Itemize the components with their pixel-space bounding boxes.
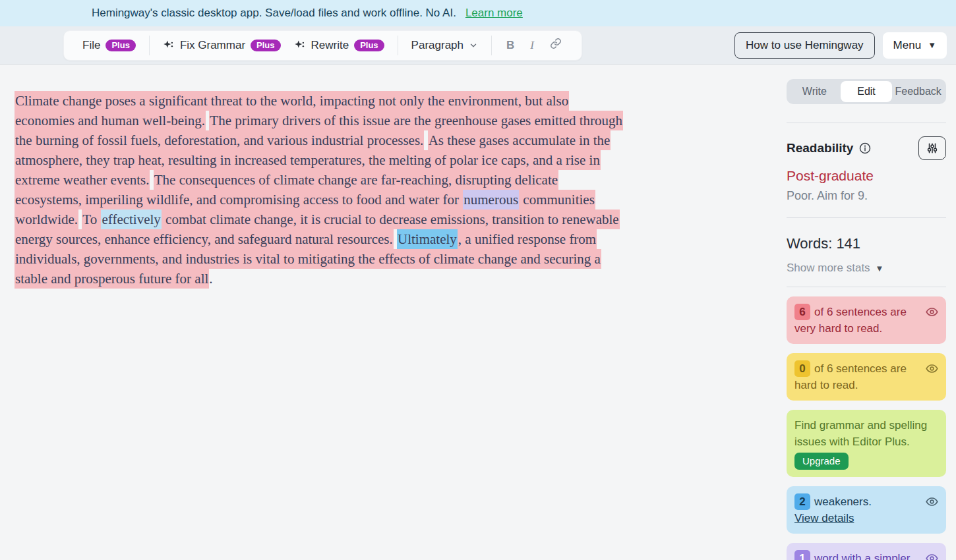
toolbar-divider [398, 36, 398, 55]
tab-feedback[interactable]: Feedback [892, 81, 944, 102]
weakener-highlight[interactable]: effectively [101, 210, 161, 229]
toolbar: File Plus Fix Grammar Plus Rewrite Plus … [63, 30, 582, 61]
grammar-upsell-text: Find grammar and spelling issues with Ed… [794, 419, 927, 448]
italic-button[interactable]: I [522, 35, 542, 56]
link-button[interactable] [542, 34, 570, 57]
readability-header: Readability [787, 136, 946, 160]
weakeners-card[interactable]: 2weakeners. View details [787, 486, 946, 534]
eye-icon[interactable] [926, 495, 938, 508]
chevron-down-icon [469, 41, 478, 50]
toolbar-divider [491, 36, 492, 55]
weakener-selected-highlight[interactable]: Ultimately [397, 229, 458, 249]
eye-icon[interactable] [926, 362, 938, 375]
weakeners-card-text: weakeners. [814, 495, 872, 508]
sparkles-icon [294, 40, 306, 51]
readability-grade: Post-graduate [787, 168, 946, 184]
caret-down-icon: ▼ [876, 264, 884, 273]
learn-more-link[interactable]: Learn more [465, 7, 523, 20]
main-area: Climate change poses a significant threa… [0, 65, 956, 560]
fix-grammar-label: Fix Grammar [180, 39, 245, 52]
sparkles-icon [163, 40, 175, 51]
editor-content[interactable]: Climate change poses a significant threa… [15, 91, 628, 289]
plus-badge: Plus [251, 40, 280, 51]
how-to-use-button[interactable]: How to use Hemingway [734, 32, 875, 59]
fix-grammar-button[interactable]: Fix Grammar Plus [156, 35, 287, 56]
hard-count-badge: 0 [794, 360, 810, 377]
promo-banner: Hemingway's classic desktop app. Save/lo… [0, 0, 956, 26]
header-actions: How to use Hemingway Menu ▼ [734, 32, 947, 59]
show-more-stats-label: Show more stats [787, 262, 870, 275]
readability-title: Readability [787, 141, 853, 155]
hard-card-text: of 6 sentences are hard to read. [794, 362, 907, 391]
weakeners-count-badge: 2 [794, 493, 810, 510]
mode-tabs: Write Edit Feedback [787, 79, 946, 104]
eye-icon[interactable] [926, 552, 938, 560]
upgrade-button[interactable]: Upgrade [794, 453, 849, 470]
menu-caret-icon: ▼ [928, 40, 936, 50]
sidebar-divider [787, 287, 946, 287]
simpler-count-badge: 1 [794, 550, 810, 560]
very-hard-card-text: of 6 sentences are very hard to read. [794, 306, 907, 335]
rewrite-button[interactable]: Rewrite Plus [287, 35, 391, 56]
file-button[interactable]: File Plus [76, 35, 142, 56]
simpler-card-text: word with a simpler alternative. [794, 552, 911, 560]
hard-sentences-card[interactable]: 0of 6 sentences are hard to read. [787, 353, 946, 401]
eye-icon[interactable] [926, 306, 938, 318]
show-more-stats-button[interactable]: Show more stats ▼ [787, 262, 883, 275]
rewrite-label: Rewrite [311, 39, 349, 52]
very-hard-count-badge: 6 [794, 304, 810, 320]
info-icon[interactable] [859, 142, 871, 154]
tab-edit[interactable]: Edit [841, 81, 893, 102]
plus-badge: Plus [105, 40, 135, 51]
word-count: Words: 141 [787, 235, 946, 252]
sliders-icon [926, 142, 938, 154]
bold-button[interactable]: B [498, 35, 522, 56]
paragraph-style-label: Paragraph [411, 39, 463, 52]
toolbar-divider [149, 36, 150, 55]
sidebar-divider [787, 123, 946, 123]
view-details-link[interactable]: View details [794, 512, 854, 524]
banner-text: Hemingway's classic desktop app. Save/lo… [92, 7, 456, 20]
header-bar: File Plus Fix Grammar Plus Rewrite Plus … [0, 26, 956, 65]
readability-note: Poor. Aim for 9. [787, 189, 946, 203]
link-icon [550, 38, 562, 49]
tab-write[interactable]: Write [789, 81, 841, 102]
very-hard-sentence-highlight[interactable]: To [82, 210, 101, 229]
simpler-alternative-card[interactable]: 1word with a simpler alternative. [787, 543, 946, 560]
sidebar-divider [787, 217, 946, 218]
simpler-alternative-highlight[interactable]: numerous [463, 190, 519, 210]
menu-button-label: Menu [893, 39, 922, 52]
editor-pane: Climate change poses a significant threa… [0, 65, 787, 560]
sidebar: Write Edit Feedback Readability Post-gra… [787, 65, 946, 560]
grammar-upsell-card: Find grammar and spelling issues with Ed… [787, 410, 946, 477]
file-button-label: File [82, 39, 100, 52]
plain-text[interactable]: . [209, 271, 212, 287]
very-hard-sentences-card[interactable]: 6of 6 sentences are very hard to read. [787, 296, 946, 344]
readability-settings-button[interactable] [918, 136, 946, 160]
plus-badge: Plus [354, 40, 384, 51]
menu-button[interactable]: Menu ▼ [883, 32, 947, 59]
paragraph-style-dropdown[interactable]: Paragraph [405, 35, 485, 56]
